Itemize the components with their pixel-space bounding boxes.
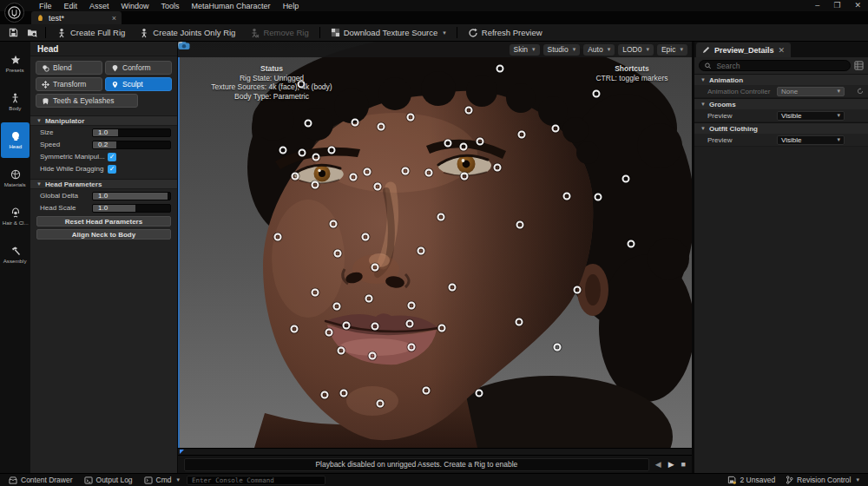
playhead-icon[interactable] [180,450,184,454]
view-options-grid-icon[interactable] [854,61,864,70]
menu-help[interactable]: Help [277,2,306,10]
play-button[interactable]: ▶ [668,460,674,469]
cmd-selector-button[interactable]: Cmd ▾ [140,474,184,486]
previous-frame-button[interactable]: ◀ [655,460,661,469]
sculpt-marker[interactable] [321,391,329,399]
reset-to-default-icon[interactable] [857,88,864,95]
sculpt-marker[interactable] [402,167,410,175]
sculpt-marker[interactable] [312,181,319,189]
menu-metahuman-character[interactable]: MetaHuman Character [186,2,277,10]
global-delta-slider[interactable]: 1.0 [92,192,171,200]
minimize-button[interactable]: – [815,1,819,10]
outfit-clothing-section-header[interactable]: ▼ Outfit Clothing [694,122,868,134]
grooms-preview-dropdown[interactable]: Visible ▾ [777,111,845,121]
revision-control-button[interactable]: Revision Control ▾ [781,474,864,486]
search-box[interactable] [699,60,851,71]
sculpt-marker[interactable] [374,183,382,191]
sculpt-marker[interactable] [407,114,415,122]
skin-dropdown[interactable]: Skin▾ [510,44,540,56]
sculpt-marker[interactable] [628,240,635,248]
mode-sculpt-button[interactable]: Sculpt [105,77,172,91]
lod-dropdown[interactable]: LOD0▾ [618,44,654,56]
sculpt-marker[interactable] [279,147,287,154]
sculpt-marker[interactable] [496,65,504,73]
menu-asset[interactable]: Asset [83,2,115,10]
sculpt-marker[interactable] [377,400,385,408]
nav-item-presets[interactable]: Presets [1,46,30,82]
menu-file[interactable]: File [33,2,58,10]
sculpt-marker[interactable] [291,325,299,333]
mode-conform-button[interactable]: Conform [105,61,172,75]
lighting-studio-dropdown[interactable]: Studio▾ [543,44,581,56]
create-joints-only-rig-button[interactable]: Create Joints Only Rig [132,24,242,42]
sculpt-marker[interactable] [406,320,414,328]
sculpt-marker[interactable] [350,174,358,181]
sculpt-marker[interactable] [330,220,338,228]
save-button[interactable] [4,24,23,42]
create-full-rig-button[interactable]: Create Full Rig [49,24,132,42]
animation-controller-dropdown[interactable]: None ▾ [777,87,845,96]
sculpt-marker[interactable] [343,322,351,330]
sculpt-marker[interactable] [518,131,526,139]
sculpt-marker[interactable] [423,387,431,395]
refresh-preview-button[interactable]: Refresh Preview [461,24,549,42]
sculpt-marker[interactable] [305,120,312,128]
browse-asset-button[interactable] [23,24,42,42]
sculpt-marker[interactable] [333,303,341,311]
sculpt-marker[interactable] [274,233,282,241]
sculpt-marker[interactable] [299,149,306,157]
mode-blend-button[interactable]: Blend [36,61,102,75]
maximize-button[interactable]: ❐ [833,1,840,10]
mode-transform-button[interactable]: Transform [36,77,102,91]
sculpt-marker[interactable] [438,325,446,332]
timeline-track[interactable] [178,448,692,455]
sculpt-marker[interactable] [622,175,630,183]
sculpt-marker[interactable] [444,140,452,148]
remove-rig-button[interactable]: Remove Rig [242,24,315,42]
nav-item-hair-clothing[interactable]: Hair & Cl... [1,199,30,234]
sculpt-marker[interactable] [312,154,320,161]
camera-icon[interactable] [178,42,190,50]
hide-dragging-checkbox[interactable]: ✓ [108,165,116,174]
sculpt-marker[interactable] [418,247,425,255]
sculpt-marker[interactable] [563,193,571,200]
sculpt-marker[interactable] [449,284,457,292]
sculpt-marker[interactable] [292,173,299,181]
asset-tab[interactable]: test* × [31,11,122,24]
sculpt-marker[interactable] [516,221,524,229]
mode-teeth-eyelashes-button[interactable]: Teeth & Eyelashes [36,94,138,108]
nav-item-head[interactable]: Head [1,122,30,158]
sculpt-marker[interactable] [340,390,348,397]
speed-slider[interactable]: 0.2 [92,141,171,149]
menu-edit[interactable]: Edit [58,2,84,10]
quality-epic-dropdown[interactable]: Epic▾ [657,44,687,56]
sculpt-marker[interactable] [338,347,345,355]
output-log-button[interactable]: Output Log [80,474,137,486]
sculpt-marker[interactable] [372,264,379,272]
sculpt-marker[interactable] [516,319,523,326]
manipulator-section-header[interactable]: ▼ Manipulator [30,115,177,126]
sculpt-marker[interactable] [328,147,336,154]
nav-item-assembly[interactable]: Assembly [1,237,30,273]
sculpt-marker[interactable] [352,119,359,127]
sculpt-marker[interactable] [364,168,372,176]
grooms-section-header[interactable]: ▼ Grooms [694,98,868,109]
performance-auto-dropdown[interactable]: Auto▾ [583,44,615,56]
sculpt-marker[interactable] [372,323,379,331]
sculpt-marker[interactable] [476,390,483,397]
unsaved-changes-button[interactable]: 2 Unsaved [723,474,779,486]
nav-item-materials[interactable]: Materials [1,161,30,196]
sculpt-marker[interactable] [312,289,319,297]
sculpt-marker[interactable] [437,213,445,221]
sculpt-marker[interactable] [554,344,562,351]
reset-head-parameters-button[interactable]: Reset Head Parameters [36,216,171,227]
symmetric-checkbox[interactable]: ✓ [108,153,116,161]
close-button[interactable]: ✕ [854,1,861,10]
head-scale-slider[interactable]: 1.0 [92,204,171,213]
sculpt-marker[interactable] [574,286,582,294]
sculpt-marker[interactable] [378,123,385,131]
menu-tools[interactable]: Tools [155,2,186,10]
sculpt-marker[interactable] [408,344,416,351]
tab-close-icon[interactable]: × [112,14,116,23]
sculpt-marker[interactable] [334,250,342,258]
